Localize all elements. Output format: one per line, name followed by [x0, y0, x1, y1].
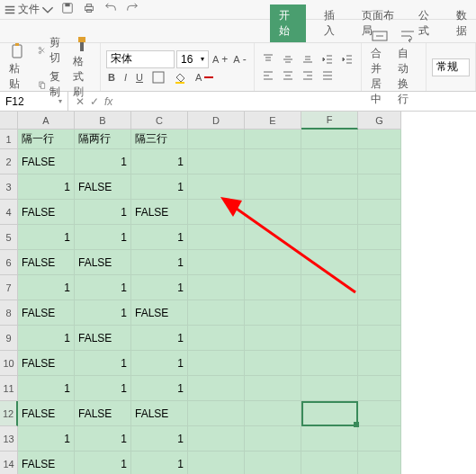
tab-insert[interactable]: 插入 — [322, 4, 344, 42]
cell[interactable]: FALSE — [75, 326, 131, 351]
cell[interactable] — [188, 351, 245, 376]
cell[interactable]: FALSE — [18, 401, 75, 426]
fill-color-button[interactable] — [172, 70, 188, 85]
cell[interactable]: 1 — [75, 300, 131, 326]
cell[interactable] — [301, 250, 358, 275]
cell[interactable]: 1 — [75, 376, 131, 401]
row-header[interactable]: 7 — [0, 275, 18, 300]
indent-decrease-button[interactable] — [319, 52, 336, 67]
font-size-select[interactable]: 16▾ — [176, 50, 209, 68]
column-header[interactable]: B — [75, 112, 131, 130]
cell[interactable]: 1 — [18, 275, 75, 300]
cell[interactable] — [245, 452, 301, 474]
redo-icon[interactable] — [126, 2, 139, 17]
cell[interactable] — [245, 174, 301, 200]
cell[interactable]: 1 — [75, 452, 131, 474]
cell[interactable]: 1 — [18, 326, 75, 351]
font-color-button[interactable]: A — [193, 70, 215, 85]
indent-increase-button[interactable] — [339, 52, 355, 67]
save-icon[interactable] — [61, 2, 74, 17]
cell[interactable]: 隔两行 — [75, 130, 131, 149]
decrease-font-button[interactable]: A- — [231, 50, 247, 68]
cell[interactable]: 1 — [75, 426, 131, 452]
cell[interactable]: FALSE — [75, 174, 131, 200]
cell[interactable]: FALSE — [75, 250, 131, 275]
increase-font-button[interactable]: A+ — [211, 50, 229, 68]
cell[interactable]: 1 — [18, 225, 75, 250]
row-header[interactable]: 12 — [0, 401, 18, 426]
row-header[interactable]: 10 — [0, 351, 18, 376]
cell[interactable] — [245, 225, 301, 250]
cell[interactable] — [245, 351, 301, 376]
cell[interactable]: FALSE — [18, 250, 75, 275]
cell[interactable]: 隔三行 — [131, 130, 188, 149]
font-name-select[interactable]: 宋体 — [106, 50, 175, 68]
cell[interactable] — [188, 275, 245, 300]
cell[interactable] — [358, 452, 401, 474]
cell[interactable] — [358, 200, 401, 225]
row-header[interactable]: 2 — [0, 149, 18, 174]
cell[interactable] — [358, 225, 401, 250]
fx-icon[interactable]: fx — [104, 95, 112, 108]
cell[interactable] — [188, 130, 245, 149]
cell[interactable] — [245, 326, 301, 351]
file-menu[interactable]: 文件 — [4, 2, 54, 17]
cell[interactable] — [358, 351, 401, 376]
select-all-corner[interactable] — [0, 112, 18, 130]
cell[interactable]: FALSE — [18, 149, 75, 174]
cell[interactable] — [301, 149, 358, 174]
cell[interactable] — [188, 174, 245, 200]
cell[interactable] — [301, 376, 358, 401]
cell[interactable]: 1 — [18, 376, 75, 401]
row-header[interactable]: 9 — [0, 326, 18, 351]
column-header[interactable]: G — [358, 112, 401, 130]
cell[interactable]: 1 — [75, 351, 131, 376]
cell[interactable] — [301, 326, 358, 351]
cell[interactable] — [358, 250, 401, 275]
print-icon[interactable] — [83, 2, 95, 17]
cell[interactable] — [245, 376, 301, 401]
cell[interactable] — [301, 130, 358, 149]
cell[interactable] — [301, 275, 358, 300]
cell[interactable] — [188, 326, 245, 351]
italic-button[interactable]: I — [122, 70, 129, 85]
cell[interactable]: FALSE — [131, 300, 188, 326]
cell[interactable] — [245, 250, 301, 275]
cell[interactable] — [245, 130, 301, 149]
cell[interactable] — [188, 452, 245, 474]
cell[interactable] — [358, 300, 401, 326]
row-header[interactable]: 1 — [0, 130, 18, 149]
cell[interactable] — [188, 300, 245, 326]
tab-data[interactable]: 数据 — [454, 4, 476, 42]
row-header[interactable]: 8 — [0, 300, 18, 326]
row-header[interactable]: 4 — [0, 200, 18, 225]
cell[interactable]: 1 — [131, 452, 188, 474]
cell[interactable] — [188, 426, 245, 452]
cell[interactable] — [188, 401, 245, 426]
column-header[interactable]: E — [245, 112, 301, 130]
format-painter-button[interactable]: 格式刷 — [69, 33, 94, 102]
cell[interactable]: 1 — [131, 174, 188, 200]
cell[interactable]: 1 — [131, 326, 188, 351]
cell[interactable] — [301, 225, 358, 250]
cell[interactable] — [358, 376, 401, 401]
cell[interactable]: FALSE — [18, 452, 75, 474]
bold-button[interactable]: B — [106, 70, 117, 85]
cell[interactable]: 1 — [131, 376, 188, 401]
align-left-button[interactable] — [260, 68, 276, 83]
number-format-select[interactable]: 常规 — [432, 58, 470, 76]
cell[interactable]: 1 — [131, 149, 188, 174]
cell[interactable] — [301, 351, 358, 376]
cell[interactable] — [358, 130, 401, 149]
cell[interactable] — [245, 149, 301, 174]
cell[interactable] — [358, 174, 401, 200]
column-header[interactable]: A — [18, 112, 75, 130]
cell[interactable] — [188, 250, 245, 275]
cells-area[interactable]: 隔一行隔两行隔三行FALSE111FALSE1FALSE1FALSE111FAL… — [18, 130, 401, 474]
row-header[interactable]: 14 — [0, 452, 18, 474]
cell[interactable] — [301, 452, 358, 474]
cell[interactable] — [301, 174, 358, 200]
cell[interactable]: 1 — [18, 426, 75, 452]
row-header[interactable]: 5 — [0, 225, 18, 250]
column-header[interactable]: C — [131, 112, 188, 130]
